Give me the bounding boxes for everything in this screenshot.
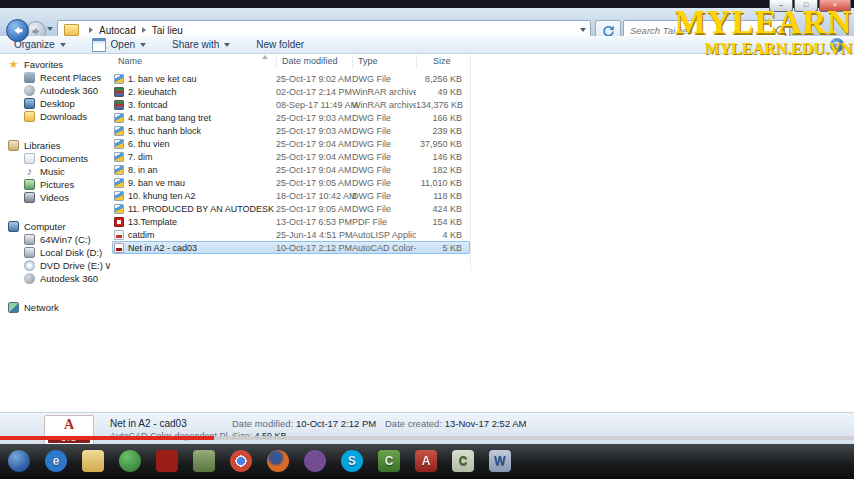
column-headers: Name Date modified Type Size — [112, 55, 470, 68]
column-header-type[interactable]: Type — [352, 55, 416, 68]
file-row[interactable]: Net in A2 - cad0310-Oct-17 2:12 PMAutoCA… — [112, 241, 470, 254]
sidebar-item-label: Documents — [40, 153, 88, 164]
restore-button[interactable]: □ — [794, 0, 818, 12]
file-row[interactable]: 8. in an25-Oct-17 9:04 AMDWG File182 KB — [112, 163, 470, 176]
column-header-date-modified[interactable]: Date modified — [276, 55, 352, 68]
details-pane: A CTB Net in A2 - cad03 AutoCAD Color-de… — [0, 412, 854, 445]
network-icon — [8, 302, 19, 313]
file-row[interactable]: 1. ban ve ket cau25-Oct-17 9:02 AMDWG Fi… — [112, 72, 470, 85]
breadcrumb-item-tai-lieu[interactable]: Tai lieu — [152, 25, 183, 36]
file-size: 154 KB — [416, 217, 466, 227]
pictures-icon — [24, 179, 35, 190]
nav-history-dropdown-icon[interactable] — [47, 27, 53, 31]
search-input[interactable] — [628, 24, 776, 37]
open-button[interactable]: Open — [92, 38, 146, 52]
minimize-button[interactable]: – — [769, 0, 793, 12]
chrome-icon[interactable] — [230, 450, 252, 472]
green-app-icon[interactable] — [119, 450, 141, 472]
windows-start-button[interactable] — [8, 450, 30, 472]
firefox-icon[interactable] — [267, 450, 289, 472]
autocad-icon[interactable]: A — [415, 450, 437, 472]
word-icon[interactable]: W — [489, 450, 511, 472]
sidebar-item-pictures[interactable]: Pictures — [0, 178, 110, 191]
file-date: 18-Oct-17 10:42 AM — [276, 191, 352, 201]
sidebar-item-label: Autodesk 360 — [40, 85, 98, 96]
sidebar-item-downloads[interactable]: Downloads — [0, 110, 110, 123]
new-folder-button[interactable]: New folder — [256, 39, 304, 50]
sidebar-item-label: Favorites — [24, 59, 63, 70]
camtasia-recorder-icon[interactable]: C — [452, 450, 474, 472]
sidebar-group-libraries: LibrariesDocumentsMusicPicturesVideos — [0, 139, 110, 204]
sidebar-item-desktop[interactable]: Desktop — [0, 97, 110, 110]
spreadsheet-app-icon[interactable] — [193, 450, 215, 472]
file-row[interactable]: 6. thu vien25-Oct-17 9:04 AMDWG File37,9… — [112, 137, 470, 150]
sort-ascending-icon — [262, 55, 268, 59]
file-row[interactable]: 3. fontcad08-Sep-17 11:49 AMWinRAR archi… — [112, 98, 470, 111]
file-type: DWG File — [352, 204, 416, 214]
file-row[interactable]: 10. khung ten A218-Oct-17 10:42 AMDWG Fi… — [112, 189, 470, 202]
recent-icon — [24, 72, 35, 83]
date-modified-label: Date modified: — [232, 418, 293, 429]
sidebar-item-label: Computer — [24, 221, 66, 232]
sidebar-item-network[interactable]: Network — [0, 301, 110, 314]
sidebar-item-label: Pictures — [40, 179, 74, 190]
computer-icon — [8, 221, 19, 232]
help-icon[interactable] — [830, 38, 844, 52]
file-type: PDF File — [352, 217, 416, 227]
address-dropdown-icon[interactable] — [580, 28, 586, 32]
column-header-size[interactable]: Size — [416, 55, 468, 68]
file-row[interactable]: 4. mat bang tang tret25-Oct-17 9:03 AMDW… — [112, 111, 470, 124]
file-row[interactable]: 11. PRODUCED BY AN AUTODESK EDUC...25-Oc… — [112, 202, 470, 215]
sidebar-item-libraries[interactable]: Libraries — [0, 139, 110, 152]
column-header-name[interactable]: Name — [112, 55, 276, 68]
bottom-bar: eSCACW 1:10 / 4:39 HD — [0, 444, 854, 479]
sidebar-item-autodesk-360[interactable]: Autodesk 360 — [0, 84, 110, 97]
back-button[interactable] — [6, 19, 29, 42]
file-name: 5. thuc hanh block — [128, 126, 201, 136]
file-row[interactable]: catdim25-Jun-14 4:51 PMAutoLISP Applicat… — [112, 228, 470, 241]
file-row[interactable]: 7. dim25-Oct-17 9:04 AMDWG File146 KB — [112, 150, 470, 163]
sidebar-item-dvd-drive-e-wifi-i[interactable]: DVD Drive (E:) WIFI-I — [0, 259, 110, 272]
sidebar-item-label: Music — [40, 166, 65, 177]
file-size: 4 KB — [416, 230, 466, 240]
breadcrumb-item-autocad[interactable]: Autocad — [99, 25, 136, 36]
sidebar-item-videos[interactable]: Videos — [0, 191, 110, 204]
file-row[interactable]: 9. ban ve mau25-Oct-17 9:05 AMDWG File11… — [112, 176, 470, 189]
file-size: 8,256 KB — [416, 74, 466, 84]
sidebar-item-recent-places[interactable]: Recent Places — [0, 71, 110, 84]
file-date: 25-Oct-17 9:05 AM — [276, 178, 352, 188]
sidebar-item-autodesk-360[interactable]: Autodesk 360 — [0, 272, 110, 285]
open-label: Open — [111, 39, 135, 50]
details-file-name: Net in A2 - cad03 — [110, 418, 187, 429]
sidebar-item-label: Recent Places — [40, 72, 101, 83]
internet-explorer-icon[interactable]: e — [45, 450, 67, 472]
file-row[interactable]: 13.Template13-Oct-17 6:53 PMPDF File154 … — [112, 215, 470, 228]
video-progress-bar[interactable] — [0, 436, 854, 440]
skype-icon[interactable]: S — [341, 450, 363, 472]
viber-icon[interactable] — [304, 450, 326, 472]
explorer-folder-icon[interactable] — [82, 450, 104, 472]
search-icon[interactable] — [776, 26, 785, 35]
sidebar-item-computer[interactable]: Computer — [0, 220, 110, 233]
share-with-button[interactable]: Share with — [172, 39, 230, 50]
file-size: 166 KB — [416, 113, 466, 123]
file-row[interactable]: 5. thuc hanh block25-Oct-17 9:03 AMDWG F… — [112, 124, 470, 137]
top-edge-strip — [0, 0, 854, 8]
close-button[interactable]: × — [819, 0, 851, 12]
music-icon — [24, 166, 35, 177]
file-name: 1. ban ve ket cau — [128, 74, 197, 84]
dwg-file-icon — [114, 165, 124, 175]
camtasia-icon[interactable]: C — [378, 450, 400, 472]
back-arrow-icon — [11, 24, 24, 37]
file-date: 25-Jun-14 4:51 PM — [276, 230, 352, 240]
sidebar-item-music[interactable]: Music — [0, 165, 110, 178]
adobe-reader-icon[interactable] — [156, 450, 178, 472]
sidebar-item-64win7-c[interactable]: 64Win7 (C:) — [0, 233, 110, 246]
file-row[interactable]: 2. kieuhatch02-Oct-17 2:14 PMWinRAR arch… — [112, 85, 470, 98]
sidebar-item-documents[interactable]: Documents — [0, 152, 110, 165]
sidebar-item-local-disk-d[interactable]: Local Disk (D:) — [0, 246, 110, 259]
file-name: 6. thu vien — [128, 139, 170, 149]
desktop-icon — [24, 98, 35, 109]
file-size: 37,950 KB — [416, 139, 466, 149]
sidebar-item-favorites[interactable]: Favorites — [0, 58, 110, 71]
